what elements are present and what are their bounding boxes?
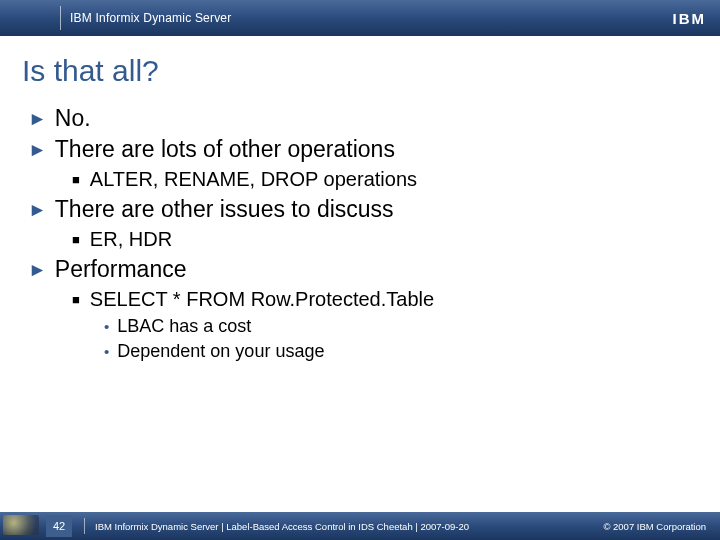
square-icon: ■: [72, 168, 80, 192]
bullet-l1: ► No.: [28, 105, 692, 133]
page-number: 42: [46, 515, 72, 537]
bullet-dot-icon: •: [104, 341, 109, 363]
slide: IBM Informix Dynamic Server IBM Is that …: [0, 0, 720, 540]
bullet-l1: ► There are other issues to discuss: [28, 196, 692, 224]
square-icon: ■: [72, 228, 80, 252]
footer-divider: [84, 518, 85, 534]
square-icon: ■: [72, 288, 80, 312]
footer-text: IBM Informix Dynamic Server | Label-Base…: [95, 521, 469, 532]
bullet-l3: • Dependent on your usage: [104, 341, 692, 363]
bullet-text: ER, HDR: [90, 228, 172, 251]
bullet-text: SELECT * FROM Row.Protected.Table: [90, 288, 434, 311]
bullet-text: There are other issues to discuss: [55, 196, 394, 223]
bullet-l2: ■ ALTER, RENAME, DROP operations: [72, 168, 692, 192]
header-bar: IBM Informix Dynamic Server IBM: [0, 0, 720, 36]
arrow-icon: ►: [28, 105, 47, 133]
bullet-l2: ■ SELECT * FROM Row.Protected.Table: [72, 288, 692, 312]
arrow-icon: ►: [28, 196, 47, 224]
title-area: Is that all?: [0, 36, 720, 96]
bullet-l1: ► Performance: [28, 256, 692, 284]
bullet-text: Dependent on your usage: [117, 341, 324, 362]
bullet-l2: ■ ER, HDR: [72, 228, 692, 252]
bullet-l3: • LBAC has a cost: [104, 316, 692, 338]
slide-title: Is that all?: [22, 54, 698, 88]
bullet-dot-icon: •: [104, 316, 109, 338]
slide-body: ► No. ► There are lots of other operatio…: [0, 96, 720, 512]
arrow-icon: ►: [28, 256, 47, 284]
header-divider: [60, 6, 61, 30]
footer-chip-icon: [3, 515, 39, 535]
bullet-text: Performance: [55, 256, 187, 283]
bullet-text: LBAC has a cost: [117, 316, 251, 337]
bullet-text: ALTER, RENAME, DROP operations: [90, 168, 417, 191]
ibm-logo: IBM: [673, 0, 707, 36]
footer-bar: 42 IBM Informix Dynamic Server | Label-B…: [0, 512, 720, 540]
arrow-icon: ►: [28, 136, 47, 164]
bullet-l1: ► There are lots of other operations: [28, 136, 692, 164]
footer-copyright: © 2007 IBM Corporation: [603, 521, 720, 532]
bullet-text: There are lots of other operations: [55, 136, 395, 163]
bullet-text: No.: [55, 105, 91, 132]
header-subtitle: IBM Informix Dynamic Server: [70, 11, 231, 25]
